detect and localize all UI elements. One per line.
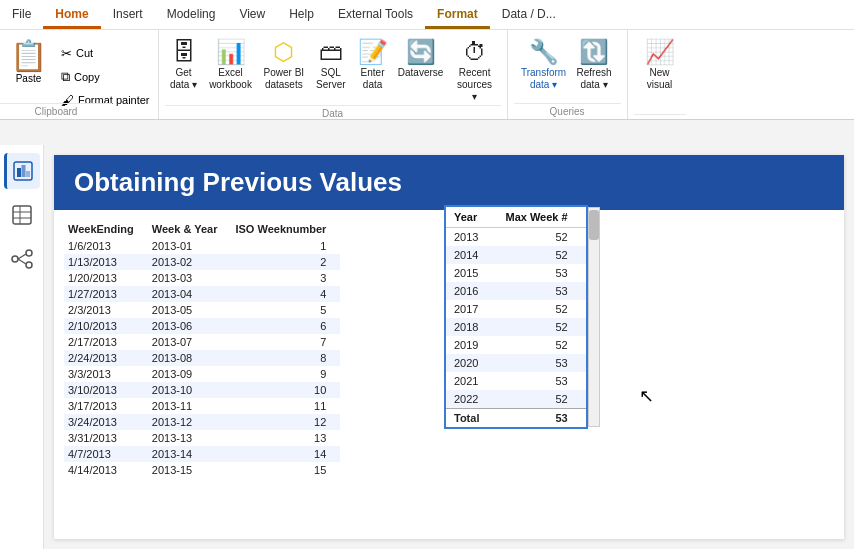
table-row: 201452 — [446, 246, 586, 264]
enter-data-icon: 📝 — [358, 38, 388, 66]
right-table-container[interactable]: Year Max Week # 201352201452201553201653… — [444, 205, 588, 429]
table-row: 4/14/20132013-1515 — [64, 462, 340, 478]
table-cell: 10 — [231, 382, 340, 398]
table-row: 3/24/20132013-1212 — [64, 414, 340, 430]
data-group: 🗄 Getdata ▾ 📊 Excelworkbook ⬡ Power BIda… — [159, 30, 508, 119]
table-cell: 2017 — [446, 300, 497, 318]
new-visual-group: 📈 New visual — [628, 30, 692, 119]
table-row: 202153 — [446, 372, 586, 390]
table-cell: 4/7/2013 — [64, 446, 148, 462]
table-cell: 5 — [231, 302, 340, 318]
powerbi-datasets-button[interactable]: ⬡ Power BIdatasets — [259, 36, 310, 93]
tab-home[interactable]: Home — [43, 2, 100, 29]
svg-point-10 — [26, 262, 32, 268]
table-cell: 14 — [231, 446, 340, 462]
table-cell: 2/3/2013 — [64, 302, 148, 318]
table-row: 4/7/20132013-1414 — [64, 446, 340, 462]
table-row: 1/13/20132013-022 — [64, 254, 340, 270]
tab-modeling[interactable]: Modeling — [155, 2, 228, 29]
tab-file[interactable]: File — [0, 2, 43, 29]
copy-label: Copy — [74, 71, 100, 83]
sidebar-item-report[interactable] — [4, 153, 40, 189]
svg-point-8 — [12, 256, 18, 262]
recent-sources-icon: ⏱ — [463, 38, 487, 66]
copy-button[interactable]: ⧉ Copy — [57, 67, 154, 87]
dataverse-button[interactable]: 🔄 Dataverse — [395, 36, 447, 81]
sql-button[interactable]: 🗃 SQLServer — [311, 36, 350, 93]
tab-external-tools[interactable]: External Tools — [326, 2, 425, 29]
table-cell: 2013-04 — [148, 286, 232, 302]
table-cell: 13 — [231, 430, 340, 446]
table-cell: 52 — [497, 390, 585, 409]
table-cell: 52 — [497, 318, 585, 336]
left-table: WeekEnding Week & Year ISO Weeknumber 1/… — [64, 220, 340, 478]
table-row: 3/17/20132013-1111 — [64, 398, 340, 414]
table-cell: 2016 — [446, 282, 497, 300]
svg-rect-4 — [13, 206, 31, 224]
dataverse-label: Dataverse — [398, 67, 444, 79]
table-cell: 12 — [231, 414, 340, 430]
transform-icon: 🔧 — [529, 38, 559, 66]
get-data-button[interactable]: 🗄 Getdata ▾ — [165, 36, 203, 93]
table-row: 3/31/20132013-1313 — [64, 430, 340, 446]
excel-button[interactable]: 📊 Excelworkbook — [205, 36, 257, 93]
powerbi-label: Power BIdatasets — [264, 67, 305, 91]
excel-icon: 📊 — [216, 38, 246, 66]
queries-group: 🔧 Transformdata ▾ 🔃 Refreshdata ▾ Querie… — [508, 30, 628, 119]
table-cell: 53 — [497, 354, 585, 372]
tab-insert[interactable]: Insert — [101, 2, 155, 29]
sidebar-item-table[interactable] — [4, 197, 40, 233]
table-cell: 4 — [231, 286, 340, 302]
table-cell: 2019 — [446, 336, 497, 354]
scrollbar[interactable] — [588, 207, 600, 427]
table-cell: 2013-05 — [148, 302, 232, 318]
refresh-data-button[interactable]: 🔃 Refreshdata ▾ — [572, 36, 617, 93]
clipboard-group: 📋 Paste ✂ Cut ⧉ Copy 🖌 Format painter Cl… — [0, 30, 159, 119]
data-group-label: Data — [165, 105, 501, 121]
data-group-inner: 🗄 Getdata ▾ 📊 Excelworkbook ⬡ Power BIda… — [165, 34, 501, 105]
table-cell: 15 — [231, 462, 340, 478]
new-visual-label: New visual — [639, 67, 681, 91]
report-title: Obtaining Previous Values — [54, 155, 844, 210]
svg-rect-2 — [22, 165, 26, 177]
sql-icon: 🗃 — [319, 38, 343, 66]
enter-data-button[interactable]: 📝 Enterdata — [353, 36, 393, 93]
get-data-label: Getdata ▾ — [170, 67, 197, 91]
table-row: 3/3/20132013-099 — [64, 366, 340, 382]
sidebar-item-model[interactable] — [4, 241, 40, 277]
dataverse-icon: 🔄 — [406, 38, 436, 66]
tab-format[interactable]: Format — [425, 2, 490, 29]
table-cell: 2013-08 — [148, 350, 232, 366]
get-data-icon: 🗄 — [172, 38, 196, 66]
cut-icon: ✂ — [61, 46, 72, 61]
scroll-thumb[interactable] — [589, 210, 599, 240]
col-iso: ISO Weeknumber — [231, 220, 340, 238]
table-cell: 2013-07 — [148, 334, 232, 350]
table-cell: 3/24/2013 — [64, 414, 148, 430]
cut-button[interactable]: ✂ Cut — [57, 44, 154, 63]
table-cell: 11 — [231, 398, 340, 414]
table-cell: 2013-11 — [148, 398, 232, 414]
tab-help[interactable]: Help — [277, 2, 326, 29]
table-cell: 3/3/2013 — [64, 366, 148, 382]
new-visual-button[interactable]: 📈 New visual — [634, 36, 686, 93]
table-row: 201752 — [446, 300, 586, 318]
table-cell: 2013-09 — [148, 366, 232, 382]
recent-sources-button[interactable]: ⏱ Recentsources ▾ — [449, 36, 501, 105]
tab-view[interactable]: View — [227, 2, 277, 29]
table-cell: 3/10/2013 — [64, 382, 148, 398]
table-row: 1/20/20132013-033 — [64, 270, 340, 286]
tab-data-d[interactable]: Data / D... — [490, 2, 568, 29]
cursor: ↖ — [639, 385, 654, 407]
table-cell: 2/24/2013 — [64, 350, 148, 366]
transform-data-button[interactable]: 🔧 Transformdata ▾ — [518, 36, 570, 93]
table-cell: 52 — [497, 228, 585, 247]
table-row: 202053 — [446, 354, 586, 372]
table-cell: 9 — [231, 366, 340, 382]
table-row: 1/6/20132013-011 — [64, 238, 340, 254]
table-icon — [11, 204, 33, 226]
table-cell: 2013-13 — [148, 430, 232, 446]
table-cell: 2015 — [446, 264, 497, 282]
report-icon — [12, 160, 34, 182]
model-icon — [11, 248, 33, 270]
